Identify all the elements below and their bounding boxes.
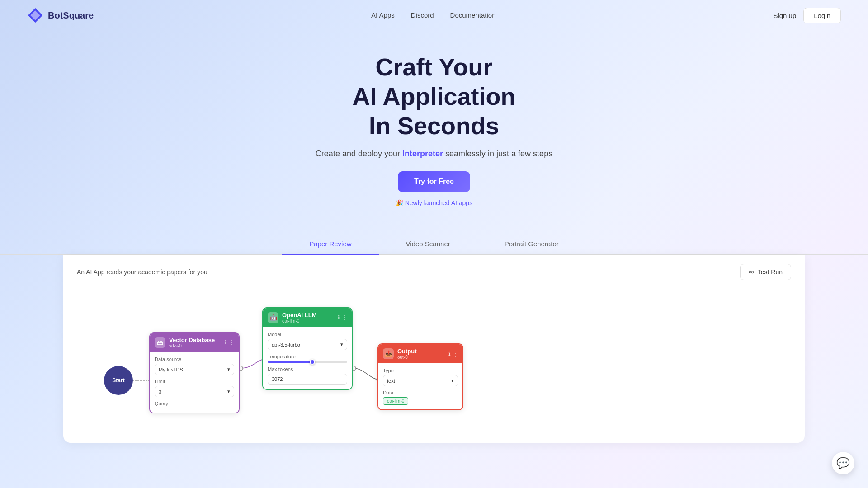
test-run-label: Test Run [758, 268, 783, 276]
subtitle-pre: Create and deploy your [316, 149, 400, 158]
vector-db-node: 🗃 Vector Database vd-s-0 ℹ ⋮ Data source… [149, 332, 240, 413]
subtitle-highlight: Interpreter [402, 149, 443, 158]
output-more-icon[interactable]: ⋮ [453, 351, 458, 357]
limit-label: Limit [155, 379, 234, 384]
nav-ai-apps[interactable]: AI Apps [371, 11, 395, 19]
hero-section: Craft Your AI Application In Seconds Cre… [0, 31, 868, 216]
output-title: Output [397, 348, 417, 355]
llm-more-icon[interactable]: ⋮ [342, 314, 347, 321]
chat-widget-icon: 💬 [836, 457, 850, 469]
newly-launched-area: 🎉 Newly launched AI apps [9, 199, 859, 206]
logo-icon [27, 7, 43, 23]
temperature-fill [268, 361, 311, 363]
llm-node: 🤖 OpenAI LLM oai-llm-0 ℹ ⋮ Model gpt-3.5… [262, 307, 353, 390]
temperature-slider[interactable] [268, 361, 347, 363]
type-label: Type [383, 368, 458, 373]
brand-name: BotSquare [48, 10, 94, 21]
data-label: Data [383, 390, 458, 395]
newly-launched-link[interactable]: Newly launched AI apps [405, 199, 472, 206]
llm-body: Model gpt-3.5-turbo ▾ Temperature Max to… [263, 327, 352, 389]
hero-subtitle: Create and deploy your Interpreter seaml… [9, 149, 859, 159]
model-value: gpt-3.5-turbo [272, 342, 300, 347]
llm-header: 🤖 OpenAI LLM oai-llm-0 ℹ ⋮ [263, 308, 352, 327]
llm-subtitle: oai-llm-0 [282, 319, 317, 324]
hero-title-line2: AI Application [353, 83, 516, 110]
chat-widget[interactable]: 💬 [832, 452, 854, 474]
tab-portrait-generator[interactable]: Portrait Generator [477, 234, 586, 255]
signup-button[interactable]: Sign up [773, 12, 796, 19]
vector-db-title: Vector Database [169, 337, 215, 343]
temperature-thumb [310, 359, 315, 365]
flow-canvas: Start 🗃 Vector Database vd-s-0 ℹ ⋮ Data … [77, 289, 791, 443]
vector-db-more-icon[interactable]: ⋮ [229, 339, 234, 346]
data-source-value: My first DS [159, 367, 183, 372]
model-select[interactable]: gpt-3.5-turbo ▾ [268, 339, 347, 350]
llm-icon: 🤖 [268, 312, 278, 323]
tabs-container: Paper Review Video Scanner Portrait Gene… [0, 234, 868, 255]
navbar: BotSquare AI Apps Discord Documentation … [0, 0, 868, 31]
vector-db-subtitle: vd-s-0 [169, 343, 215, 348]
max-tokens-label: Max tokens [268, 366, 347, 372]
demo-area: An AI App reads your academic papers for… [63, 255, 805, 443]
data-source-chevron: ▾ [227, 366, 230, 372]
data-badge: oai-llm-0 [383, 397, 408, 405]
data-source-label: Data source [155, 357, 234, 362]
query-label: Query [155, 401, 234, 406]
max-tokens-value: 3072 [272, 376, 283, 382]
model-label: Model [268, 332, 347, 337]
output-icon: 📤 [383, 348, 394, 359]
login-button[interactable]: Login [803, 8, 841, 23]
output-node: 📤 Output out-0 ℹ ⋮ Type text ▾ Data [377, 343, 463, 410]
hero-title-line1: Craft Your [375, 53, 492, 80]
llm-title: OpenAI LLM [282, 312, 317, 319]
start-node: Start [104, 366, 133, 395]
output-body: Type text ▾ Data oai-llm-0 [378, 363, 462, 409]
max-tokens-input[interactable]: 3072 [268, 374, 347, 385]
model-chevron: ▾ [340, 342, 343, 347]
start-node-label: Start [112, 377, 124, 384]
vector-db-icon: 🗃 [155, 337, 165, 348]
vector-db-info-icon[interactable]: ℹ [225, 339, 227, 346]
test-run-icon: ∞ [749, 268, 754, 276]
hero-title-line3: In Seconds [369, 112, 499, 139]
type-value: text [387, 378, 395, 384]
limit-value: 3 [159, 389, 161, 394]
type-chevron: ▾ [451, 378, 454, 384]
nav-links: AI Apps Discord Documentation [371, 11, 495, 19]
tab-paper-review[interactable]: Paper Review [282, 234, 378, 255]
limit-select[interactable]: 3 ▾ [155, 386, 234, 397]
vector-db-body: Data source My first DS ▾ Limit 3 ▾ Quer… [150, 352, 239, 413]
demo-header: An AI App reads your academic papers for… [77, 264, 791, 280]
try-for-free-button[interactable]: Try for Free [398, 171, 470, 192]
nav-right: Sign up Login [773, 8, 841, 23]
output-info-icon[interactable]: ℹ [448, 351, 451, 357]
output-header: 📤 Output out-0 ℹ ⋮ [378, 344, 462, 363]
nav-documentation[interactable]: Documentation [450, 11, 496, 19]
demo-description: An AI App reads your academic papers for… [77, 268, 208, 276]
llm-info-icon[interactable]: ℹ [338, 314, 340, 321]
subtitle-post: seamlessly in just a few steps [445, 149, 552, 158]
tab-video-scanner[interactable]: Video Scanner [379, 234, 477, 255]
vector-db-header: 🗃 Vector Database vd-s-0 ℹ ⋮ [150, 333, 239, 352]
type-select[interactable]: text ▾ [383, 375, 458, 386]
test-run-button[interactable]: ∞ Test Run [740, 264, 791, 280]
limit-chevron: ▾ [227, 389, 230, 394]
data-source-select[interactable]: My first DS ▾ [155, 364, 234, 375]
output-subtitle: out-0 [397, 355, 417, 360]
launch-emoji: 🎉 [396, 199, 403, 206]
temperature-label: Temperature [268, 354, 347, 359]
hero-title: Craft Your AI Application In Seconds [9, 52, 859, 140]
nav-discord[interactable]: Discord [411, 11, 434, 19]
logo-link[interactable]: BotSquare [27, 7, 94, 23]
